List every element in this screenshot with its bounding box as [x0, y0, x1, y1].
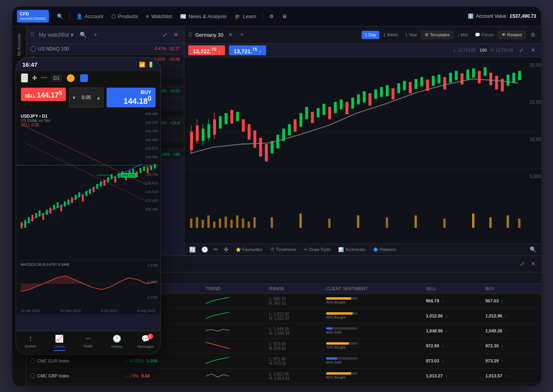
watchlist-add-btn[interactable]: ＋	[91, 30, 100, 39]
cell-sell[interactable]: 966.79 ↓	[422, 293, 482, 308]
cell-sell[interactable]: 973.03 ↓	[422, 353, 482, 368]
svg-rect-119	[85, 191, 87, 196]
mobile-buy-price: 144.180	[124, 97, 151, 105]
account-nav-button[interactable]: 👤 Account	[73, 11, 107, 22]
svg-rect-118	[82, 195, 84, 201]
sell-price-btn[interactable]: 13,722.75 ↓	[188, 45, 225, 56]
date-4: 4 Aug 2023	[137, 309, 156, 313]
col-sell[interactable]: SELL	[422, 284, 482, 294]
chart-add-btn[interactable]: ＋	[238, 30, 246, 39]
watchlist-search-btn[interactable]: 🔍	[78, 31, 88, 39]
mobile-nav-quotes[interactable]: ↕ Quotes	[16, 331, 45, 354]
history-bar	[111, 350, 123, 351]
tab-1year[interactable]: 1 Year	[402, 31, 420, 39]
chart-fullscreen-btn[interactable]: ⤢	[517, 46, 525, 54]
learn-nav-button[interactable]: 🎓 Learn	[231, 11, 259, 22]
bottom-fullscreen-btn[interactable]: ⤢	[518, 260, 526, 268]
svg-rect-44	[368, 93, 371, 105]
cell-buy[interactable]: 973.29 ↑	[482, 353, 541, 368]
mobile-crosshair-btn[interactable]: ✚	[32, 74, 37, 82]
chart-settings-btn[interactable]: ⚙	[529, 31, 537, 39]
stepper-up-btn[interactable]: ▴	[94, 93, 103, 102]
mobile-settings-btn-2[interactable]	[79, 73, 89, 83]
mobile-menu-btn[interactable]: ☰	[21, 73, 28, 83]
svg-text:20,000.00: 20,000.00	[529, 62, 541, 68]
col-buy[interactable]: BUY	[482, 284, 541, 294]
mobile-indicator-btn[interactable]	[66, 73, 75, 83]
charts-icon: 📈	[55, 334, 64, 343]
svg-rect-117	[78, 192, 80, 197]
cell-sentiment: 65% Sold	[322, 353, 422, 368]
svg-rect-114	[67, 199, 69, 205]
related-btn[interactable]: 👁 Related	[498, 31, 526, 39]
bottom-close-btn-2[interactable]: ✕	[529, 260, 537, 268]
svg-rect-49	[397, 83, 400, 93]
draw-tools-btn[interactable]: ✏ Draw Tools	[301, 246, 334, 254]
refresh-btn[interactable]: 🔄	[187, 246, 197, 253]
products-nav-button[interactable]: ⬡ Products	[108, 11, 141, 22]
mobile-sell-box[interactable]: SELL 144.175	[21, 88, 66, 101]
cell-buy[interactable]: 1,013.57 ↑	[482, 368, 541, 383]
cell-buy[interactable]: 1,049.26 ↑	[482, 323, 541, 338]
mid-btn[interactable]: ↕ Mid	[454, 31, 471, 39]
watchlist-title-btn[interactable]: My watchlist ▾	[37, 31, 75, 39]
mobile-nav-messages[interactable]: 💬 Messages 1	[131, 331, 160, 354]
chart-close-btn[interactable]: ✕	[227, 31, 234, 39]
buy-price-btn[interactable]: 13,721.75 ↑	[229, 45, 266, 56]
chevron-down-icon: ▾	[71, 32, 73, 38]
clock-btn[interactable]: 🕐	[200, 246, 210, 253]
table-row[interactable]: CMC EUR Index ↑ +0.01% 1.005 L: 971.88 H…	[26, 353, 541, 368]
chart-search-btn[interactable]: 🔍	[528, 246, 538, 253]
cell-buy[interactable]: 967.03 ↑	[482, 293, 541, 308]
nav-divider-1	[69, 12, 70, 20]
svg-rect-69	[512, 73, 515, 83]
settings-button[interactable]: ⚙	[266, 11, 277, 22]
crosshair-btn[interactable]: ✤	[222, 246, 230, 253]
watchlist-close-btn[interactable]: ✕	[172, 31, 180, 39]
cell-range: L: 1,012.96 H: 1,013.81	[265, 368, 322, 383]
svg-rect-120	[89, 189, 91, 194]
cell-sell[interactable]: 972.90 ↓	[422, 338, 482, 353]
cell-sell[interactable]: 1,048.96 ↓	[422, 323, 482, 338]
templates-btn[interactable]: ⚙ Templates	[421, 31, 453, 39]
svg-rect-85	[328, 219, 330, 228]
svg-rect-57	[443, 77, 446, 89]
mobile-macd-zero: 0.0000	[147, 280, 158, 284]
mobile-trend-btn[interactable]: 〰	[41, 75, 47, 82]
mobile-macd-high: 1.8790	[147, 263, 158, 267]
tab-1week[interactable]: 1 Week	[380, 31, 401, 39]
svg-rect-115	[71, 197, 73, 203]
mobile-buy-box[interactable]: BUY144.180	[107, 88, 155, 108]
draw-btn[interactable]: ✏	[212, 246, 220, 253]
forum-btn[interactable]: 💬 Forum	[472, 31, 497, 39]
chart-close-btn-2[interactable]: ✕	[529, 46, 537, 54]
mobile-nav-trade[interactable]: ↔ Trade	[74, 331, 103, 354]
watchlist-expand-btn[interactable]: ⤢	[161, 31, 169, 39]
tab-1day[interactable]: 1 Day	[362, 31, 379, 39]
au200-change-val: +46	[173, 152, 180, 157]
mobile-nav-charts[interactable]: 📈 Charts	[45, 331, 74, 354]
search-button[interactable]: 🔍	[54, 11, 66, 22]
cell-sell[interactable]: 1,012.66 ↓	[422, 308, 482, 323]
col-range[interactable]: RANGE	[265, 284, 322, 294]
chart-toolbar: 🔄 🕐 ✏ ✤ ⭐ Favourites ⏱ Timeframe ✏ Draw …	[184, 244, 541, 255]
cell-change: ↓ ↓ 0% 0.03	[122, 368, 202, 383]
col-trend[interactable]: TREND	[202, 284, 265, 294]
technicals-btn[interactable]: 📊 Technicals	[335, 246, 368, 254]
patterns-btn[interactable]: 🔷 Patterns	[370, 246, 399, 254]
svg-rect-124	[103, 180, 105, 186]
mobile-nav-history[interactable]: 🕐 History	[103, 331, 131, 354]
timeframe-btn[interactable]: ⏱ Timeframe	[267, 246, 300, 254]
col-sentiment[interactable]: CLIENT SENTIMENT	[322, 284, 422, 294]
news-nav-button[interactable]: 📰 News & Analysis	[177, 11, 230, 22]
stepper-down-btn[interactable]: ▾	[69, 93, 79, 102]
watchlist-nav-button[interactable]: ≡ Watchlist	[143, 11, 175, 22]
date-1: 26 Apr 2023	[21, 309, 40, 313]
favourites-btn[interactable]: ⭐ Favourites	[232, 246, 266, 254]
monitor-button[interactable]: 🖥	[279, 11, 290, 22]
cell-sell[interactable]: 1,013.27 ↓	[422, 368, 482, 383]
svg-rect-14	[207, 124, 210, 138]
cell-buy[interactable]: 1,012.96 ↑	[482, 308, 541, 323]
table-row[interactable]: CMC GBP Index ↓ ↓ 0% 0.03 L: 1,012.96 H:…	[26, 368, 541, 383]
cell-buy[interactable]: 972.30 ↑	[482, 338, 541, 353]
